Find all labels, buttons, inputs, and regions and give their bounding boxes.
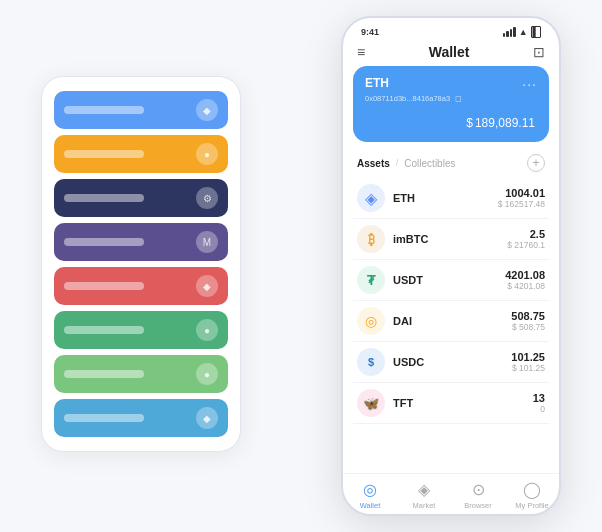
browser-nav-icon: ⊙ [472, 480, 485, 499]
status-bar: 9:41 ▲ ▌ [343, 18, 559, 40]
card-line [64, 370, 144, 378]
card-icon: ⚙ [196, 187, 218, 209]
table-row[interactable]: ◎ DAI 508.75 $ 508.75 [353, 301, 549, 342]
status-time: 9:41 [361, 27, 379, 37]
nav-item-profile[interactable]: ◯ My Profile [505, 480, 559, 510]
phone-header: ≡ Wallet ⊡ [343, 40, 559, 66]
card-stack: ◆ ● ⚙ M ◆ ● ● ◆ [41, 76, 241, 452]
card-icon: ◆ [196, 275, 218, 297]
card-line [64, 194, 144, 202]
card-line [64, 238, 144, 246]
list-item[interactable]: ◆ [54, 399, 228, 437]
table-row[interactable]: 🦋 TFT 13 0 [353, 383, 549, 424]
nav-label-market: Market [413, 501, 436, 510]
usdt-token-icon: ₮ [357, 266, 385, 294]
battery-icon: ▌ [531, 26, 541, 38]
table-row[interactable]: ₮ USDT 4201.08 $ 4201.08 [353, 260, 549, 301]
status-icons: ▲ ▌ [503, 26, 541, 38]
market-nav-icon: ◈ [418, 480, 430, 499]
asset-usd: 0 [533, 404, 545, 414]
asset-amount: 101.25 [511, 351, 545, 363]
menu-icon[interactable]: ≡ [357, 44, 365, 60]
imbtc-token-icon: ₿ [357, 225, 385, 253]
asset-name: USDT [393, 274, 423, 286]
tab-separator: / [396, 158, 399, 168]
assets-tabs: Assets / Collectibles [357, 158, 455, 169]
list-item[interactable]: ● [54, 311, 228, 349]
eth-more-icon[interactable]: ··· [522, 76, 537, 92]
asset-usd: $ 101.25 [511, 363, 545, 373]
nav-label-profile: My Profile [515, 501, 548, 510]
nav-label-browser: Browser [464, 501, 492, 510]
asset-name: TFT [393, 397, 413, 409]
tab-assets[interactable]: Assets [357, 158, 390, 169]
eth-address: 0x08711d3b...8416a78a3 ◻ [365, 94, 537, 103]
card-icon: ● [196, 143, 218, 165]
tft-token-icon: 🦋 [357, 389, 385, 417]
asset-amount: 13 [533, 392, 545, 404]
asset-name: imBTC [393, 233, 428, 245]
eth-label: ETH [365, 76, 389, 90]
asset-amount: 2.5 [507, 228, 545, 240]
card-icon: M [196, 231, 218, 253]
bottom-nav: ◎ Wallet ◈ Market ⊙ Browser ◯ My Profile [343, 473, 559, 514]
table-row[interactable]: ◈ ETH 1004.01 $ 162517.48 [353, 178, 549, 219]
list-item[interactable]: M [54, 223, 228, 261]
list-item[interactable]: ● [54, 135, 228, 173]
asset-name: ETH [393, 192, 415, 204]
profile-nav-icon: ◯ [523, 480, 541, 499]
card-line [64, 106, 144, 114]
tab-collectibles[interactable]: Collectibles [404, 158, 455, 169]
assets-header: Assets / Collectibles + [343, 150, 559, 178]
eth-token-icon: ◈ [357, 184, 385, 212]
asset-amount: 4201.08 [505, 269, 545, 281]
asset-usd: $ 508.75 [511, 322, 545, 332]
card-line [64, 326, 144, 334]
asset-amount: 1004.01 [498, 187, 545, 199]
nav-item-market[interactable]: ◈ Market [397, 480, 451, 510]
list-item[interactable]: ◆ [54, 267, 228, 305]
card-icon: ◆ [196, 99, 218, 121]
asset-name: USDC [393, 356, 424, 368]
card-line [64, 414, 144, 422]
table-row[interactable]: $ USDC 101.25 $ 101.25 [353, 342, 549, 383]
asset-list: ◈ ETH 1004.01 $ 162517.48 ₿ imBTC 2.5 $ … [343, 178, 559, 473]
asset-amount: 508.75 [511, 310, 545, 322]
card-line [64, 150, 144, 158]
phone-mockup: 9:41 ▲ ▌ ≡ Wallet ⊡ ETH ··· [341, 16, 561, 516]
add-asset-button[interactable]: + [527, 154, 545, 172]
asset-name: DAI [393, 315, 412, 327]
signal-icon [503, 27, 516, 37]
nav-item-wallet[interactable]: ◎ Wallet [343, 480, 397, 510]
list-item[interactable]: ⚙ [54, 179, 228, 217]
scan-icon[interactable]: ⊡ [533, 44, 545, 60]
wallet-nav-icon: ◎ [363, 480, 377, 499]
table-row[interactable]: ₿ imBTC 2.5 $ 21760.1 [353, 219, 549, 260]
nav-label-wallet: Wallet [360, 501, 381, 510]
eth-balance: $189,089.11 [365, 109, 537, 132]
card-icon: ● [196, 363, 218, 385]
card-icon: ◆ [196, 407, 218, 429]
usdc-token-icon: $ [357, 348, 385, 376]
asset-usd: $ 162517.48 [498, 199, 545, 209]
asset-usd: $ 21760.1 [507, 240, 545, 250]
scene: ◆ ● ⚙ M ◆ ● ● ◆ [21, 16, 581, 516]
list-item[interactable]: ◆ [54, 91, 228, 129]
nav-item-browser[interactable]: ⊙ Browser [451, 480, 505, 510]
wifi-icon: ▲ [519, 27, 528, 37]
eth-card-top: ETH ··· [365, 76, 537, 92]
card-line [64, 282, 144, 290]
dai-token-icon: ◎ [357, 307, 385, 335]
list-item[interactable]: ● [54, 355, 228, 393]
eth-card[interactable]: ETH ··· 0x08711d3b...8416a78a3 ◻ $189,08… [353, 66, 549, 142]
page-title: Wallet [429, 44, 470, 60]
asset-usd: $ 4201.08 [505, 281, 545, 291]
card-icon: ● [196, 319, 218, 341]
